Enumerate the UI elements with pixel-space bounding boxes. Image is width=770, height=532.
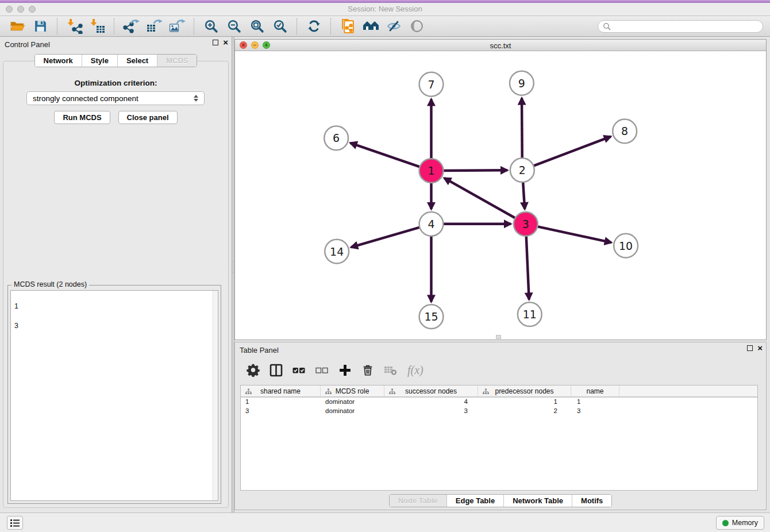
canvas-resize-grip[interactable] — [496, 335, 501, 339]
column-header-successor-nodes[interactable]: successor nodes — [384, 385, 478, 396]
column-type-icon — [245, 388, 252, 395]
splitter-grip[interactable] — [232, 261, 234, 273]
control-panel-header: Control Panel × — [0, 37, 232, 52]
tab-motifs[interactable]: Motifs — [572, 495, 611, 507]
application-window: Session: New Session — [0, 0, 770, 532]
tab-mcds[interactable]: MCDS — [157, 55, 197, 67]
function-builder-icon-disabled: f(x) — [407, 364, 424, 377]
graph-edge-4-14[interactable] — [351, 227, 421, 247]
network-window-titlebar[interactable]: × − + scc.txt — [235, 40, 766, 51]
tab-edge-table[interactable]: Edge Table — [446, 495, 503, 507]
mcds-panel-body: Optimization criterion: strongly connect… — [3, 61, 229, 508]
memory-label: Memory — [732, 519, 758, 527]
control-panel: Control Panel × Network Style Select MCD… — [0, 37, 232, 512]
close-panel-button[interactable]: Close panel — [118, 111, 178, 124]
home-icon[interactable] — [361, 17, 380, 36]
mcds-result-textarea[interactable]: 1 3 — [10, 290, 218, 501]
memory-button[interactable]: Memory — [716, 516, 764, 530]
graph-edge-3-1[interactable] — [444, 178, 516, 219]
zoom-in-icon[interactable] — [202, 17, 220, 36]
column-header-name[interactable]: name — [571, 385, 619, 396]
open-session-icon[interactable] — [8, 17, 26, 36]
status-bar: Memory — [0, 512, 770, 532]
import-table-icon[interactable] — [88, 17, 106, 36]
zoom-out-icon[interactable] — [225, 17, 243, 36]
optimization-criterion-select[interactable]: strongly connected component — [26, 91, 205, 105]
save-session-icon[interactable] — [31, 17, 49, 36]
run-mcds-button[interactable]: Run MCDS — [54, 111, 110, 124]
table-row[interactable]: 3 dominator 3 2 3 — [241, 407, 757, 416]
show-all-eye-icon[interactable] — [407, 17, 426, 36]
select-all-icon[interactable] — [292, 364, 306, 377]
graph-node-label-1: 1 — [428, 164, 434, 177]
graph-edge-2-9[interactable] — [522, 98, 522, 160]
mcds-result-group: MCDS result (2 nodes) 1 3 — [7, 285, 221, 504]
graph-edge-2-3[interactable] — [523, 181, 525, 209]
column-header-predecessor-nodes[interactable]: predecessor nodes — [478, 385, 571, 396]
column-header-shared-name[interactable]: shared name — [241, 385, 321, 396]
tab-style[interactable]: Style — [82, 55, 117, 67]
table-tabs: Node Table Edge Table Network Table Moti… — [235, 494, 766, 507]
tab-network-table[interactable]: Network Table — [503, 495, 572, 507]
toolbar-separator — [297, 18, 297, 34]
hide-selected-eye-slash-icon[interactable] — [384, 17, 403, 36]
deselect-all-icon[interactable] — [315, 364, 329, 377]
refresh-icon[interactable] — [305, 17, 323, 36]
delete-table-icon-disabled — [384, 364, 398, 376]
mcds-result-line: 1 — [14, 302, 211, 311]
close-table-panel-icon[interactable]: × — [757, 345, 763, 351]
export-image-icon[interactable] — [168, 17, 186, 36]
search-input[interactable] — [614, 22, 758, 30]
optimization-criterion-label: Optimization criterion: — [3, 79, 228, 87]
graph-node-label-11: 11 — [523, 308, 537, 321]
add-column-plus-icon[interactable] — [338, 364, 352, 377]
graph-node-label-15: 15 — [424, 310, 438, 323]
zoom-fit-icon[interactable] — [248, 17, 266, 36]
export-network-icon[interactable] — [122, 17, 140, 36]
column-type-icon — [389, 388, 395, 395]
export-table-icon[interactable] — [145, 17, 163, 36]
graph-node-label-4: 4 — [428, 218, 434, 230]
toolbar-separator — [330, 18, 331, 34]
graph-node-label-9: 9 — [518, 77, 525, 90]
result-scrollbar[interactable] — [213, 291, 218, 500]
toolbar-separator — [194, 18, 194, 34]
search-field[interactable] — [598, 20, 763, 33]
table-panel-header: Table Panel × — [235, 342, 766, 357]
network-canvas[interactable]: 7968124314101511 — [235, 51, 766, 340]
table-row[interactable]: 1 dominator 4 1 1 — [241, 398, 757, 407]
float-table-panel-icon[interactable] — [747, 345, 753, 351]
table-header-row: shared name MCDS role successor nodes pr… — [241, 385, 757, 398]
tab-node-table[interactable]: Node Table — [390, 495, 446, 507]
tab-network[interactable]: Network — [35, 55, 82, 67]
selected-option-label: strongly connected component — [33, 94, 138, 103]
column-header-mcds-role[interactable]: MCDS role — [321, 385, 384, 396]
tab-select[interactable]: Select — [117, 55, 157, 67]
clone-network-icon[interactable] — [338, 17, 357, 36]
show-columns-icon[interactable] — [270, 364, 283, 377]
list-icon — [10, 519, 20, 527]
network-view-window: × − + scc.txt 7968124314101511 — [234, 39, 767, 340]
app-title: Session: New Session — [0, 5, 770, 13]
graph-node-label-2: 2 — [519, 164, 526, 176]
table-toolbar: f(x) — [240, 357, 761, 383]
control-panel-tabs: Network Style Select MCDS — [0, 54, 232, 67]
graph-edge-1-2[interactable] — [442, 170, 507, 171]
graph-edge-3-11[interactable] — [526, 235, 529, 300]
close-panel-icon[interactable]: × — [223, 40, 228, 45]
delete-column-trash-icon[interactable] — [361, 364, 374, 377]
float-panel-icon[interactable] — [213, 40, 218, 45]
main-toolbar — [0, 16, 770, 37]
column-type-icon — [483, 388, 489, 395]
import-network-icon[interactable] — [65, 17, 83, 36]
graph-edge-1-6[interactable] — [351, 143, 421, 167]
graph-edge-3-10[interactable] — [536, 226, 611, 242]
task-history-button[interactable] — [7, 516, 23, 530]
network-window-title: scc.txt — [235, 41, 766, 50]
table-panel: Table Panel × — [234, 342, 767, 510]
network-graph: 7968124314101511 — [235, 51, 766, 340]
graph-edge-2-8[interactable] — [533, 137, 611, 167]
graph-node-label-7: 7 — [428, 78, 434, 91]
zoom-selected-icon[interactable] — [271, 17, 289, 36]
table-settings-gear-icon[interactable] — [247, 363, 260, 377]
